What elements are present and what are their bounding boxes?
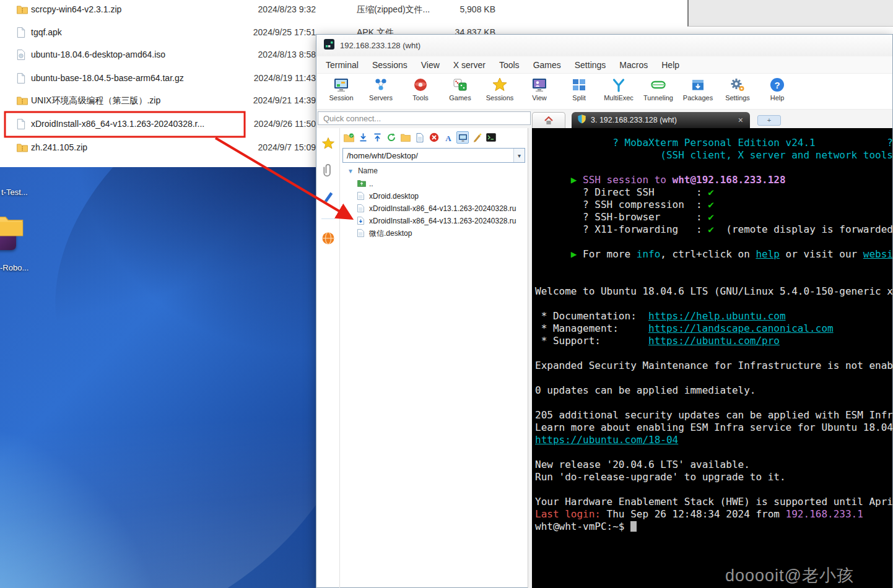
terminal-line: ▶ SSH session to wht@192.168.233.128	[535, 174, 892, 186]
new-file-icon[interactable]	[414, 131, 426, 144]
quick-connect-input[interactable]	[318, 111, 531, 125]
toolbar-button-split[interactable]: Split	[559, 74, 599, 102]
upload-icon[interactable]	[371, 131, 383, 144]
new-tab-button[interactable]: +	[757, 115, 781, 126]
console-icon[interactable]	[485, 131, 497, 144]
terminal-line	[535, 236, 892, 248]
list-item[interactable]: xDroidInstall-x86_64-v13.1.263-20240328.…	[340, 202, 528, 215]
terminal-line	[535, 261, 892, 273]
toolbar-button-multiexec[interactable]: MultiExec	[599, 74, 638, 102]
tab-bar: 3. 192.168.233.128 (wht) × +	[532, 110, 892, 128]
name-column-header[interactable]: Name	[358, 166, 378, 175]
list-item[interactable]: xDroidInstall-x86_64-v13.1.263-20240328.…	[340, 215, 528, 227]
terminal-line: (SSH client, X server and network tools …	[535, 149, 892, 162]
file-name: xDroid.desktop	[369, 192, 419, 201]
session-icon	[333, 76, 350, 93]
download-icon[interactable]	[357, 131, 369, 144]
terminal-line: Last login: Thu Sep 26 12:48:34 2024 fro…	[535, 508, 892, 521]
list-item-parent-dir[interactable]: ..	[340, 178, 528, 190]
terminal-line	[535, 162, 892, 174]
list-item[interactable]: 微信.desktop	[340, 227, 528, 240]
favorites-star-icon[interactable]	[321, 137, 335, 153]
chevron-down-icon[interactable]: ▾	[513, 149, 525, 162]
terminal-line	[535, 347, 892, 360]
session-tab[interactable]: 3. 192.168.233.128 (wht) ×	[572, 112, 750, 128]
file-name: UNIX环境高级编程（第三版）.zip	[31, 95, 160, 106]
terminal-line: Welcome to Ubuntu 18.04.6 LTS (GNU/Linux…	[535, 285, 892, 298]
servers-icon	[373, 76, 390, 93]
desktop-icon-label[interactable]: -Robo...	[0, 263, 28, 272]
terminal-line	[535, 446, 892, 459]
menu-item-help[interactable]: Help	[655, 60, 686, 70]
toolbar-button-settings[interactable]: Settings	[718, 74, 757, 102]
toolbar-button-tools[interactable]: Tools	[401, 74, 440, 102]
file-name: xDroidInstall-x86_64-v13.1.263-20240328.…	[31, 119, 204, 129]
divider	[321, 218, 335, 219]
menu-item-sessions[interactable]: Sessions	[365, 60, 414, 70]
file-date: 2024/9/25 17:51	[228, 27, 316, 37]
watermark: dooooit@老小孩	[725, 564, 854, 587]
terminal-line: Expanded Security Maintenance for Infras…	[535, 360, 892, 372]
quick-connect-row: 3. 192.168.233.128 (wht) × +	[316, 110, 892, 128]
globe-icon[interactable]	[321, 231, 335, 248]
terminal-line: ? SSH-browser : ✔	[535, 211, 892, 223]
file-download-icon	[357, 217, 366, 225]
rename-icon[interactable]: A	[442, 131, 455, 144]
menu-item-terminal[interactable]: Terminal	[319, 60, 365, 70]
pen-icon[interactable]	[322, 190, 334, 206]
toolbar-button-view[interactable]: View	[520, 74, 559, 102]
terminal-line: https://ubuntu.com/18-04	[535, 434, 892, 446]
sync-folder-icon[interactable]	[342, 131, 355, 144]
terminal-line	[535, 483, 892, 496]
file-name: xDroidInstall-x86_64-v13.1.263-20240328.…	[369, 204, 516, 213]
toolbar-button-help[interactable]: ? Help	[757, 74, 797, 102]
menu-item-games[interactable]: Games	[526, 60, 568, 70]
terminal[interactable]: ? MobaXterm Personal Edition v24.1 ? (SS…	[532, 128, 892, 588]
mobaxterm-window: 192.168.233.128 (wht) Terminal Sessions …	[316, 34, 893, 588]
split-icon	[571, 76, 588, 93]
toolbar-button-packages[interactable]: Packages	[678, 74, 718, 102]
file-name: ..	[369, 179, 373, 188]
menu-item-xserver[interactable]: X server	[446, 60, 492, 70]
tools-icon	[412, 76, 429, 93]
zip-icon	[17, 142, 28, 153]
view-icon	[531, 76, 548, 93]
toolbar: Session Servers Tools Games Sessions Vie…	[316, 74, 892, 110]
sftp-path-select[interactable]: /home/wht/Desktop/ ▾	[342, 148, 525, 163]
sort-descending-icon[interactable]: ▼	[347, 168, 354, 175]
refresh-icon[interactable]	[385, 131, 398, 144]
toolbar-button-tunneling[interactable]: Tunneling	[638, 74, 678, 102]
menu-item-tools[interactable]: Tools	[492, 60, 526, 70]
edit-icon[interactable]	[471, 131, 483, 144]
terminal-line: ? Direct SSH : ✔	[535, 186, 892, 199]
terminal-line	[535, 273, 892, 285]
menu-item-view[interactable]: View	[414, 60, 446, 70]
help-icon: ?	[769, 76, 786, 93]
file-icon	[17, 119, 28, 129]
toolbar-button-servers[interactable]: Servers	[361, 74, 401, 102]
file-icon	[357, 229, 366, 238]
delete-icon[interactable]	[428, 131, 440, 144]
table-row[interactable]: scrcpy-win64-v2.3.1.zip 2024/8/23 9:32 压…	[0, 1, 681, 19]
svg-text:?: ?	[774, 79, 780, 90]
toolbar-button-session[interactable]: Session	[321, 74, 361, 102]
terminal-line: wht@wht-vmPC:~$	[535, 521, 892, 533]
folder-icon[interactable]	[0, 214, 24, 239]
desktop-icon-label[interactable]: t-Test...	[1, 188, 28, 197]
sftp-column-header[interactable]: ▼ Name	[340, 164, 528, 178]
terminal-line	[535, 372, 892, 384]
list-item[interactable]: xDroid.desktop	[340, 190, 528, 202]
menu-item-settings[interactable]: Settings	[568, 60, 613, 70]
follow-terminal-folder-icon[interactable]	[456, 131, 469, 144]
title-bar[interactable]: 192.168.233.128 (wht)	[316, 35, 892, 56]
home-tab[interactable]	[532, 112, 565, 128]
terminal-line: * Documentation: https://help.ubuntu.com	[535, 310, 892, 322]
attachment-icon[interactable]	[322, 163, 334, 180]
tab-close-button[interactable]: ×	[737, 115, 744, 125]
toolbar-button-games[interactable]: Games	[440, 74, 480, 102]
sftp-path: /home/wht/Desktop/	[347, 151, 418, 160]
menu-item-macros[interactable]: Macros	[612, 60, 655, 70]
new-folder-icon[interactable]	[399, 131, 412, 144]
toolbar-button-sessions[interactable]: Sessions	[480, 74, 520, 102]
terminal-line: * Management: https://landscape.canonica…	[535, 322, 892, 335]
